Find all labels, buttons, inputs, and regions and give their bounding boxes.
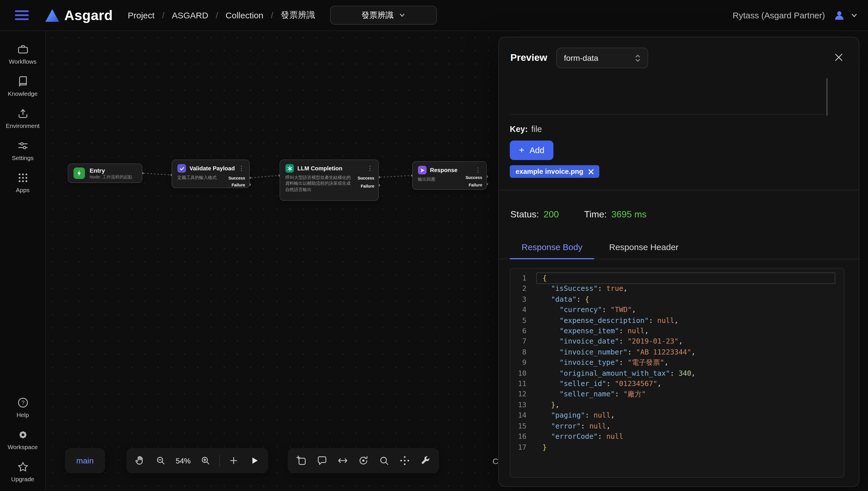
node-menu-icon[interactable]: ⋮	[238, 165, 245, 172]
brand[interactable]: Asgard	[45, 7, 113, 23]
fit-horizontal-button[interactable]	[333, 451, 352, 470]
sidebar-item-label: Apps	[16, 186, 30, 193]
sidebar-item-label: Workspace	[8, 443, 38, 450]
settings-icon	[16, 139, 29, 152]
file-chip[interactable]: example invoice.png	[510, 165, 599, 178]
plus-icon: +	[519, 146, 524, 155]
zoom-out-button[interactable]	[151, 451, 170, 470]
node-llm-completion[interactable]: LLM Completion ⋮ 呼叫大型語言模型並產生結構化的資料輸出以輔助流…	[279, 160, 379, 201]
sidebar-item-apps[interactable]: Apps	[0, 166, 45, 199]
zoom-in-button[interactable]	[196, 451, 215, 470]
workflow-select-value: 發票辨識	[361, 10, 394, 20]
validate-node-icon	[178, 164, 186, 173]
form-divider	[510, 114, 824, 115]
replay-button[interactable]	[354, 451, 373, 470]
add-node-button[interactable]	[292, 451, 311, 470]
node-title: Response	[430, 167, 458, 173]
pan-button[interactable]	[130, 451, 150, 470]
add-node-icon	[296, 455, 307, 466]
menu-icon[interactable]	[15, 10, 29, 20]
add-button[interactable]	[224, 451, 243, 470]
asgard-logo-icon	[45, 8, 60, 22]
port-failure-label[interactable]: Failure	[469, 182, 482, 187]
sidebar-item-environment[interactable]: Environment	[0, 102, 45, 134]
zoom-out-icon	[155, 455, 166, 466]
move-dots-icon	[399, 455, 410, 466]
comment-button[interactable]	[312, 451, 332, 470]
breadcrumb-project[interactable]: Project	[128, 10, 155, 20]
code-line: 4 "currency": "TWD",	[510, 305, 844, 315]
tools-button[interactable]	[416, 451, 435, 470]
sidebar-item-knowledge[interactable]: Knowledge	[0, 70, 45, 102]
replay-icon	[358, 455, 369, 466]
port-failure-label[interactable]: Failure	[232, 182, 245, 187]
response-body-code[interactable]: 1{2 "isSuccess": true,3 "data": {4 "curr…	[510, 268, 844, 478]
code-line: 2 "isSuccess": true,	[510, 284, 844, 294]
comment-icon	[316, 455, 328, 466]
account-name: Rytass (Asgard Partner)	[733, 10, 825, 20]
node-response[interactable]: Response ⋮ 輸出回應 Success Failure	[412, 161, 487, 190]
apps-icon	[16, 172, 29, 184]
section-divider	[499, 190, 859, 191]
chevron-down-icon	[399, 12, 406, 18]
port-success-label[interactable]: Success	[466, 175, 482, 180]
entry-node-icon	[74, 168, 85, 179]
content-type-select[interactable]: form-data	[557, 48, 648, 68]
node-title: Entry	[89, 167, 132, 174]
app: Asgard Project / ASGARD / Collection / 發…	[0, 0, 868, 491]
code-line: 13 },	[510, 400, 844, 410]
port-success-label[interactable]: Success	[228, 175, 245, 181]
code-line: 11 "seller_id": "01234567",	[510, 379, 844, 389]
node-entry[interactable]: Entry Node: 工作流程的起點	[68, 164, 142, 183]
breadcrumb: Project / ASGARD / Collection / 發票辨識	[128, 10, 315, 21]
sidebar-item-label: Knowledge	[8, 90, 37, 97]
help-icon: ?	[16, 396, 29, 409]
line-number: 16	[510, 431, 537, 442]
line-number: 15	[510, 421, 537, 431]
node-menu-icon[interactable]: ⋮	[475, 167, 481, 173]
node-validate-payload[interactable]: Validate Payload ⋮ 定義工具的輸入格式 Success Fai…	[172, 160, 250, 188]
breadcrumb-current[interactable]: 發票辨識	[281, 10, 315, 21]
sidebar-item-help[interactable]: ? Help	[0, 391, 45, 423]
run-button[interactable]	[245, 451, 264, 470]
branch-button[interactable]: main	[65, 448, 105, 473]
tab-response-header[interactable]: Response Header	[609, 235, 679, 259]
account-menu[interactable]: Rytass (Asgard Partner)	[733, 9, 858, 22]
line-number: 5	[510, 315, 537, 326]
preview-panel: Preview form-data Key:file + Add example…	[498, 37, 859, 487]
tools-toolbar	[288, 448, 439, 473]
arrows-horizontal-icon	[337, 455, 349, 466]
tab-response-body[interactable]: Response Body	[510, 235, 594, 259]
scrollbar-thumb[interactable]	[826, 78, 828, 116]
code-line: 17}	[510, 442, 844, 453]
sidebar-item-upgrade[interactable]: Upgrade	[0, 456, 45, 488]
status-label: Status:	[510, 209, 539, 220]
port-failure-label[interactable]: Failure	[361, 183, 374, 189]
sidebar-item-workspace[interactable]: Workspace	[0, 423, 45, 456]
close-icon	[835, 53, 843, 61]
close-button[interactable]	[833, 51, 845, 65]
node-menu-icon[interactable]: ⋮	[367, 165, 373, 172]
line-number: 9	[510, 358, 537, 368]
form-key-row: Key:file	[510, 124, 542, 134]
code-line: 16 "errorCode": null	[510, 431, 844, 442]
wrench-icon	[419, 455, 431, 466]
knowledge-icon	[16, 75, 29, 88]
line-number: 3	[510, 294, 537, 305]
file-chip-label: example invoice.png	[516, 168, 583, 175]
sidebar-item-workflows[interactable]: Workflows	[0, 38, 45, 70]
node-subtitle: Node: 工作流程的起點	[89, 174, 132, 180]
workflow-select[interactable]: 發票辨識	[330, 6, 437, 25]
breadcrumb-asgard[interactable]: ASGARD	[172, 10, 208, 20]
move-button[interactable]	[395, 451, 414, 470]
port-success-label[interactable]: Success	[358, 175, 374, 181]
breadcrumb-separator: /	[271, 10, 273, 20]
sidebar-item-settings[interactable]: Settings	[0, 134, 45, 166]
line-number: 17	[510, 442, 537, 453]
add-file-button[interactable]: + Add	[510, 141, 553, 160]
sidebar-item-label: Workflows	[9, 58, 36, 65]
breadcrumb-collection[interactable]: Collection	[226, 10, 264, 20]
remove-file-icon[interactable]	[589, 169, 594, 174]
search-button[interactable]	[374, 451, 394, 470]
node-title: Validate Payload	[189, 165, 235, 172]
